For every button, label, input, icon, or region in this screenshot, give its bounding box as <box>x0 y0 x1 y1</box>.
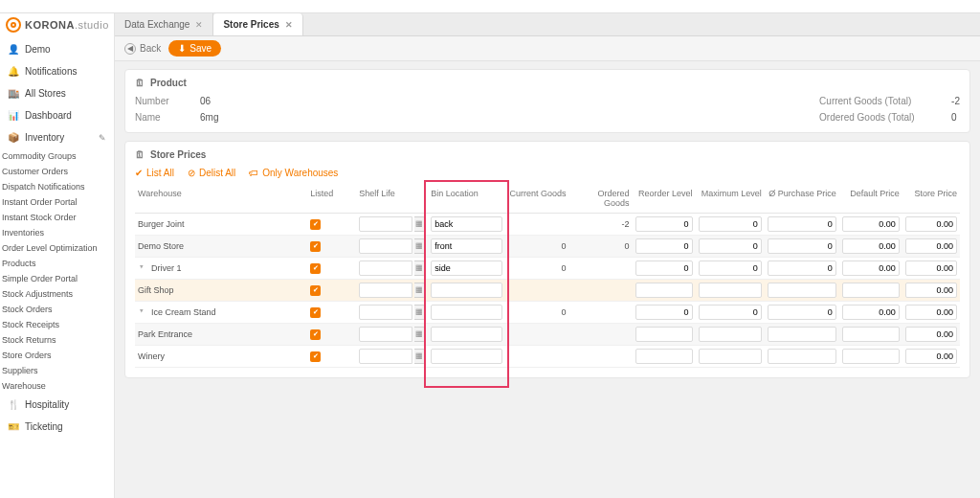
only-warehouses-button[interactable]: 🏷Only Warehouses <box>249 168 338 178</box>
cell-listed[interactable]: ✔ <box>307 213 356 235</box>
tab-data-exchange[interactable]: Data Exchange✕ <box>115 13 213 35</box>
sidebar-sub-commodity-groups[interactable]: Commodity Groups <box>0 148 114 164</box>
cell-purchase-price[interactable] <box>765 345 839 367</box>
sidebar-sub-products[interactable]: Products <box>0 256 114 271</box>
purchase-price-input[interactable] <box>768 349 836 364</box>
cell-reorder-level[interactable] <box>633 345 696 367</box>
cell-default-price[interactable] <box>839 235 902 257</box>
maximum-level-input[interactable] <box>699 260 762 276</box>
cell-listed[interactable]: ✔ <box>307 257 356 279</box>
sidebar-item-hospitality[interactable]: 🍴Hospitality <box>0 394 114 416</box>
maximum-level-input[interactable] <box>699 238 762 254</box>
calendar-icon[interactable]: ▦ <box>414 260 425 276</box>
reorder-level-input[interactable] <box>635 260 693 276</box>
cell-listed[interactable]: ✔ <box>307 345 356 367</box>
reorder-level-input[interactable] <box>635 216 693 232</box>
sidebar-sub-stock-receipts[interactable]: Stock Receipts <box>0 317 114 332</box>
cell-reorder-level[interactable] <box>633 323 696 345</box>
calendar-icon[interactable]: ▦ <box>414 238 425 254</box>
default-price-input[interactable] <box>842 305 900 320</box>
sidebar-sub-suppliers[interactable]: Suppliers <box>0 363 114 378</box>
sidebar-sub-dispatch-notifications[interactable]: Dispatch Notifications <box>0 179 114 194</box>
close-icon[interactable]: ✕ <box>285 20 293 30</box>
purchase-price-input[interactable] <box>768 305 836 320</box>
sidebar-item-notifications[interactable]: 🔔Notifications <box>0 60 114 82</box>
cell-store-price[interactable] <box>902 213 960 235</box>
cell-default-price[interactable] <box>839 301 902 323</box>
sidebar-item-inventory[interactable]: 📦Inventory✎ <box>0 126 114 148</box>
maximum-level-input[interactable] <box>699 349 762 364</box>
bin-location-input[interactable] <box>431 349 502 364</box>
table-row[interactable]: Park Entrance✔▦ <box>135 323 960 345</box>
cell-bin-location[interactable] <box>428 235 505 257</box>
cell-store-price[interactable] <box>902 323 960 345</box>
cell-bin-location[interactable] <box>428 279 505 301</box>
default-price-input[interactable] <box>842 283 900 298</box>
cell-listed[interactable]: ✔ <box>307 235 356 257</box>
cell-maximum-level[interactable] <box>696 345 765 367</box>
cell-maximum-level[interactable] <box>696 213 765 235</box>
cell-default-price[interactable] <box>839 213 902 235</box>
cell-maximum-level[interactable] <box>696 257 765 279</box>
cell-maximum-level[interactable] <box>696 323 765 345</box>
cell-shelf-life[interactable]: ▦ <box>356 213 428 235</box>
default-price-input[interactable] <box>842 260 900 276</box>
calendar-icon[interactable]: ▦ <box>414 305 425 320</box>
store-price-input[interactable] <box>905 260 957 276</box>
cell-shelf-life[interactable]: ▦ <box>356 235 428 257</box>
cell-shelf-life[interactable]: ▦ <box>356 301 428 323</box>
cell-bin-location[interactable] <box>428 257 505 279</box>
cell-shelf-life[interactable]: ▦ <box>356 345 428 367</box>
maximum-level-input[interactable] <box>699 216 762 232</box>
bin-location-input[interactable] <box>431 260 502 276</box>
shelf-life-input[interactable] <box>359 283 412 298</box>
sidebar-item-all-stores[interactable]: 🏬All Stores <box>0 82 114 104</box>
store-price-input[interactable] <box>905 283 957 298</box>
calendar-icon[interactable]: ▦ <box>414 349 425 364</box>
sidebar-sub-inventories[interactable]: Inventories <box>0 225 114 240</box>
bin-location-input[interactable] <box>431 327 502 342</box>
sidebar-sub-store-orders[interactable]: Store Orders <box>0 348 114 363</box>
reorder-level-input[interactable] <box>635 283 693 298</box>
cell-shelf-life[interactable]: ▦ <box>356 257 428 279</box>
reorder-level-input[interactable] <box>635 305 693 320</box>
store-price-input[interactable] <box>905 238 957 254</box>
edit-icon[interactable]: ✎ <box>99 133 106 143</box>
purchase-price-input[interactable] <box>768 327 836 342</box>
table-row[interactable]: Ice Cream Stand✔▦0 <box>135 301 960 323</box>
cell-purchase-price[interactable] <box>765 323 839 345</box>
table-row[interactable]: Burger Joint✔▦-2 <box>135 213 960 235</box>
checkbox-checked-icon[interactable]: ✔ <box>310 351 321 362</box>
checkbox-checked-icon[interactable]: ✔ <box>310 263 321 274</box>
tab-store-prices[interactable]: Store Prices✕ <box>213 13 302 35</box>
cell-bin-location[interactable] <box>428 323 505 345</box>
bin-location-input[interactable] <box>431 305 502 320</box>
checkbox-checked-icon[interactable]: ✔ <box>310 219 321 230</box>
default-price-input[interactable] <box>842 349 900 364</box>
cell-reorder-level[interactable] <box>633 279 696 301</box>
cell-purchase-price[interactable] <box>765 301 839 323</box>
maximum-level-input[interactable] <box>699 283 762 298</box>
close-icon[interactable]: ✕ <box>195 20 203 30</box>
cell-default-price[interactable] <box>839 345 902 367</box>
cell-shelf-life[interactable]: ▦ <box>356 279 428 301</box>
cell-store-price[interactable] <box>902 279 960 301</box>
cell-reorder-level[interactable] <box>633 235 696 257</box>
table-row[interactable]: Demo Store✔▦00 <box>135 235 960 257</box>
cell-bin-location[interactable] <box>428 213 505 235</box>
cell-maximum-level[interactable] <box>696 301 765 323</box>
cell-maximum-level[interactable] <box>696 235 765 257</box>
shelf-life-input[interactable] <box>359 305 412 320</box>
sidebar-sub-warehouse[interactable]: Warehouse <box>0 378 114 394</box>
sidebar-sub-stock-returns[interactable]: Stock Returns <box>0 332 114 348</box>
cell-store-price[interactable] <box>902 301 960 323</box>
maximum-level-input[interactable] <box>699 327 762 342</box>
cell-purchase-price[interactable] <box>765 235 839 257</box>
cell-purchase-price[interactable] <box>765 213 839 235</box>
calendar-icon[interactable]: ▦ <box>414 283 425 298</box>
store-price-input[interactable] <box>905 216 957 232</box>
save-button[interactable]: ⬇ Save <box>168 40 221 57</box>
default-price-input[interactable] <box>842 216 900 232</box>
cell-bin-location[interactable] <box>428 345 505 367</box>
table-row[interactable]: Gift Shop✔▦ <box>135 279 960 301</box>
